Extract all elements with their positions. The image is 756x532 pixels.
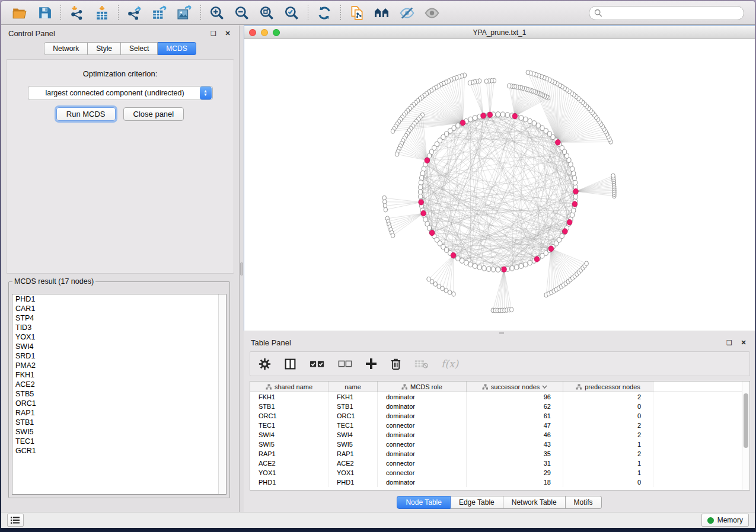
table-row[interactable]: YOX1YOX1connector291 <box>250 468 749 477</box>
mcds-result-item[interactable]: PHD1 <box>12 294 226 304</box>
column-header-mcds_role[interactable]: MCDS role <box>378 382 467 392</box>
splitter-grip[interactable] <box>240 262 243 275</box>
task-history-button[interactable] <box>7 514 24 527</box>
import-table-button[interactable] <box>90 4 114 23</box>
cell-successor_nodes: 62 <box>467 402 563 411</box>
import-network-button[interactable] <box>65 4 90 23</box>
table-row[interactable]: PHD1PHD1dominator180 <box>250 477 749 487</box>
cell-name: ORC1 <box>328 411 378 421</box>
column-header-successor_nodes[interactable]: successor nodes <box>467 382 563 392</box>
cell-mcds_role: connector <box>378 440 467 449</box>
export-table-button[interactable] <box>147 4 172 23</box>
show-all-button[interactable] <box>419 4 444 23</box>
memory-button[interactable]: Memory <box>701 514 749 527</box>
splitter-grip[interactable] <box>499 332 504 334</box>
cell-predecessor_nodes: 2 <box>563 430 653 440</box>
table-row[interactable]: RAP1RAP1dominator352 <box>250 449 749 459</box>
new-network-from-selection-button[interactable] <box>344 4 369 23</box>
mcds-result-item[interactable]: SRD1 <box>12 351 226 361</box>
node-table[interactable]: shared namenameMCDS rolesuccessor nodesp… <box>250 381 750 491</box>
tab-mcds[interactable]: MCDS <box>158 42 196 55</box>
cell-name: SWI4 <box>328 430 378 440</box>
mcds-result-item[interactable]: TID3 <box>12 323 226 332</box>
network-titlebar[interactable]: YPA_prune.txt_1 <box>244 26 755 39</box>
delete-row-icon[interactable] <box>390 358 401 370</box>
hide-selected-button[interactable] <box>394 4 419 23</box>
mcds-result-item[interactable]: STB1 <box>12 418 226 427</box>
mcds-result-item[interactable]: PMA2 <box>12 361 226 370</box>
column-header-shared_name[interactable]: shared name <box>250 382 328 392</box>
mcds-result-item[interactable]: STP4 <box>12 313 226 323</box>
table-row[interactable]: TEC1TEC1connector472 <box>250 421 749 430</box>
mcds-result-item[interactable]: RAP1 <box>12 408 226 418</box>
mcds-result-item[interactable]: FKH1 <box>12 370 226 380</box>
search-field[interactable] <box>589 6 744 20</box>
add-row-icon[interactable] <box>365 358 377 370</box>
tab-network[interactable]: Network <box>44 42 88 55</box>
optimization-criterion-select[interactable]: largest connected component (undirected)… <box>28 86 213 100</box>
open-session-button[interactable] <box>7 4 32 23</box>
close-panel-icon[interactable]: ✕ <box>739 339 748 347</box>
cell-name: YOX1 <box>328 468 378 477</box>
deselect-all-icon[interactable] <box>338 359 352 368</box>
table-row[interactable]: ORC1ORC1dominator610 <box>250 411 749 421</box>
cell-name: ACE2 <box>328 459 378 468</box>
column-header-name[interactable]: name <box>328 382 378 392</box>
mcds-result-item[interactable]: GCR1 <box>12 446 226 456</box>
apply-layout-button[interactable] <box>312 4 337 23</box>
horizontal-splitter[interactable] <box>244 331 755 335</box>
close-panel-button[interactable]: Close panel <box>123 107 184 121</box>
control-panel-tabbar: NetworkStyleSelectMCDS <box>1 42 239 55</box>
refresh-icon <box>317 5 332 21</box>
table-row[interactable]: ACE2ACE2connector311 <box>250 459 749 468</box>
tab-motifs[interactable]: Motifs <box>566 496 602 509</box>
cell-name: RAP1 <box>328 449 378 459</box>
first-neighbors-button[interactable] <box>369 4 394 23</box>
zoom-out-button[interactable] <box>229 4 254 23</box>
export-network-button[interactable] <box>122 4 147 23</box>
table-row[interactable]: FKH1FKH1dominator962 <box>250 392 749 402</box>
close-panel-icon[interactable]: ✕ <box>224 30 232 37</box>
mcds-result-item[interactable]: SWI5 <box>12 427 226 437</box>
mcds-list-scrollbar[interactable] <box>218 294 226 494</box>
float-panel-icon[interactable]: ❑ <box>209 30 218 37</box>
zoom-in-button[interactable] <box>205 4 229 23</box>
zoom-fit-button[interactable] <box>254 4 279 23</box>
vertical-splitter[interactable] <box>240 25 244 512</box>
zoom-selected-button[interactable] <box>279 4 304 23</box>
mcds-result-item[interactable]: STB5 <box>12 389 226 399</box>
mcds-result-item[interactable]: ORC1 <box>12 399 226 408</box>
mcds-result-item[interactable]: SWI4 <box>12 342 226 351</box>
network-canvas[interactable] <box>244 39 755 331</box>
scrollbar-thumb[interactable] <box>744 393 748 448</box>
settings-gear-icon[interactable] <box>259 358 271 370</box>
tab-select[interactable]: Select <box>121 42 158 55</box>
mcds-result-item[interactable]: TEC1 <box>12 437 226 446</box>
mcds-result-item[interactable]: YOX1 <box>12 332 226 342</box>
search-input[interactable] <box>605 9 739 17</box>
table-row[interactable]: SWI5SWI5connector431 <box>250 440 749 449</box>
tab-style[interactable]: Style <box>88 42 121 55</box>
network-graph <box>244 39 754 331</box>
table-row[interactable]: STB1STB1dominator620 <box>250 402 749 411</box>
table-scrollbar[interactable] <box>742 382 749 490</box>
run-mcds-button[interactable]: Run MCDS <box>56 107 116 121</box>
save-session-button[interactable] <box>32 4 57 23</box>
mcds-result-title: MCDS result (17 nodes) <box>12 277 95 286</box>
mcds-result-item[interactable]: CAR1 <box>12 304 226 313</box>
column-header-predecessor_nodes[interactable]: predecessor nodes <box>563 382 653 392</box>
export-image-button[interactable] <box>172 4 197 23</box>
float-panel-icon[interactable]: ❑ <box>725 339 733 347</box>
tab-network-table[interactable]: Network Table <box>503 496 566 509</box>
toolbar-separator <box>60 5 61 21</box>
cell-mcds_role: dominator <box>378 411 467 421</box>
select-all-icon[interactable] <box>310 358 325 369</box>
tab-edge-table[interactable]: Edge Table <box>451 496 503 509</box>
tab-node-table[interactable]: Node Table <box>397 496 451 509</box>
mcds-result-list[interactable]: PHD1CAR1STP4TID3YOX1SWI4SRD1PMA2FKH1ACE2… <box>12 294 227 495</box>
table-row[interactable]: SWI4SWI4dominator462 <box>250 430 749 440</box>
cell-predecessor_nodes: 1 <box>563 440 653 449</box>
mcds-result-item[interactable]: ACE2 <box>12 380 226 389</box>
toolbar-separator <box>308 5 308 21</box>
show-columns-icon[interactable] <box>284 358 296 370</box>
